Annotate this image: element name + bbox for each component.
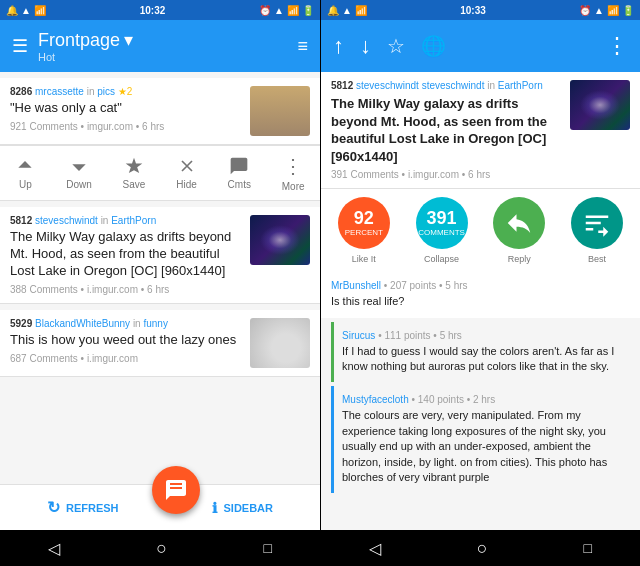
star-header-icon[interactable]: ☆ [387,34,405,58]
c3-text: The colours are very, very manipulated. … [342,408,632,485]
back-button[interactable]: ◁ [48,539,60,558]
collapse-label: Collapse [424,254,459,264]
post2-foot: 388 Comments • i.imgur.com • 6 hrs [10,284,242,295]
post-card-1[interactable]: 8286 mrcassette in pics ★2 "He was only … [0,78,320,145]
post2-comments: 388 Comments [10,284,78,295]
fab-button[interactable] [152,466,200,514]
hide-action[interactable]: Hide [176,156,197,190]
r-notif-icon: 🔔 [327,5,339,16]
upvote-header-icon[interactable]: ↑ [333,33,344,59]
hamburger-icon[interactable]: ☰ [12,35,28,57]
reply-circle [493,197,545,249]
downvote-header-icon[interactable]: ↓ [360,33,371,59]
more-action[interactable]: ⋮ More [282,154,305,192]
r-home-button[interactable]: ○ [477,538,488,559]
post3-thumbnail [250,318,310,368]
best-label: Best [588,254,606,264]
c2-points: • 111 points • 5 hrs [378,330,462,341]
post-card-2[interactable]: 5812 steveschwindt in EarthPorn The Milk… [0,207,320,304]
left-status-icons: 🔔 ▲ 📶 [6,5,46,16]
right-sys-nav: ◁ ○ □ [321,530,640,566]
like-btn[interactable]: 92 PERCENT Like It [338,197,390,264]
post1-foot: 921 Comments • imgur.com • 6 hrs [10,121,242,132]
down-label: Down [66,179,92,190]
up-label: Up [19,179,32,190]
best-circle [571,197,623,249]
fab-icon [164,478,188,502]
post3-subreddit: funny [143,318,167,329]
post-detail-row: 5812 steveschwindt steveschwindt in Eart… [331,80,630,180]
like-circle: 92 PERCENT [338,197,390,249]
up-icon [15,156,35,176]
refresh-button[interactable]: ↻ REFRESH [31,490,135,525]
post1-comments: 921 Comments [10,121,78,132]
right-status-left: 🔔 ▲ 📶 [327,5,367,16]
post3-meta: 5929 BlackandWhiteBunny in funny [10,318,242,329]
comment-3: Mustyfacecloth • 140 points • 2 hrs The … [331,386,640,493]
refresh-label: REFRESH [66,502,119,514]
header-subtitle: Hot [38,51,133,63]
r-recent-button[interactable]: □ [584,540,592,556]
cmts-icon [229,156,249,176]
post2-meta: 5812 steveschwindt in EarthPorn [10,215,242,226]
notification-icon: 🔔 [6,5,18,16]
globe-header-icon[interactable]: 🌐 [421,34,446,58]
header-title-block: Frontpage ▾ Hot [38,29,133,63]
down-action[interactable]: Down [66,156,92,190]
post3-row: 5929 BlackandWhiteBunny in funny This is… [10,318,310,368]
more-label: More [282,181,305,192]
right-header: ↑ ↓ ☆ 🌐 ⋮ [321,20,640,72]
collapse-btn[interactable]: 391 COMMENTS Collapse [416,197,468,264]
right-status-icons: ⏰ ▲ 📶 🔋 [259,5,314,16]
overflow-header-icon[interactable]: ⋮ [606,33,628,59]
cmts-action[interactable]: Cmts [228,156,251,190]
r-wifi-icon: ▲ [342,5,352,16]
reply-label: Reply [508,254,531,264]
post2-content: 5812 steveschwindt in EarthPorn The Milk… [10,215,242,295]
comments-circle: 391 COMMENTS [416,197,468,249]
dropdown-icon[interactable]: ▾ [124,29,133,51]
post3-title: This is how you weed out the lazy ones [10,332,242,349]
reply-icon [504,208,534,238]
r-back-button[interactable]: ◁ [369,539,381,558]
battery-icon: 🔋 [302,5,314,16]
r-alarm-icon: ⏰ [579,5,591,16]
c1-text: Is this real life? [331,294,630,309]
action-bar: Up Down Save Hide Cmts ⋮ More [0,145,320,201]
sidebar-label: SIDEBAR [223,502,273,514]
c2-text: If I had to guess I would say the colors… [342,344,632,375]
comment-1: MrBunshell • 207 points • 5 hrs Is this … [321,272,640,317]
recent-button[interactable]: □ [263,540,271,556]
comments-count: 391 [427,209,457,227]
post-detail-card: 5812 steveschwindt steveschwindt in Eart… [321,72,640,188]
sidebar-icon: ℹ [212,500,217,516]
detail-foot: 391 Comments • i.imgur.com • 6 hrs [331,169,562,180]
right-header-icons: ↑ ↓ ☆ 🌐 [333,33,446,59]
post-card-3[interactable]: 5929 BlackandWhiteBunny in funny This is… [0,310,320,377]
detail-time: 6 hrs [468,169,490,180]
c3-meta: Mustyfacecloth • 140 points • 2 hrs [342,394,632,405]
r-battery-icon: 🔋 [622,5,634,16]
sidebar-button[interactable]: ℹ SIDEBAR [196,492,289,524]
more-dots-icon: ⋮ [283,154,303,178]
home-button[interactable]: ○ [156,538,167,559]
left-status-bar: 🔔 ▲ 📶 10:32 ⏰ ▲ 📶 🔋 [0,0,320,20]
header-left: ☰ Frontpage ▾ Hot [12,29,133,63]
post1-content: 8286 mrcassette in pics ★2 "He was only … [10,86,242,132]
detail-author-val: steveschwindt [422,80,485,91]
best-btn[interactable]: Best [571,197,623,264]
signal-icon: 📶 [34,5,46,16]
post1-meta: 8286 mrcassette in pics ★2 [10,86,242,97]
refresh-icon: ↻ [47,498,60,517]
filter-icon[interactable]: ≡ [297,36,308,57]
post3-comments: 687 Comments [10,353,78,364]
post3-score: 5929 [10,318,32,329]
reply-btn[interactable]: Reply [493,197,545,264]
save-action[interactable]: Save [123,156,146,190]
header-title: Frontpage ▾ [38,29,133,51]
up-action[interactable]: Up [15,156,35,190]
post1-score: 8286 [10,86,32,97]
post2-time: 6 hrs [147,284,169,295]
post3-content: 5929 BlackandWhiteBunny in funny This is… [10,318,242,364]
post1-source: imgur.com [87,121,133,132]
